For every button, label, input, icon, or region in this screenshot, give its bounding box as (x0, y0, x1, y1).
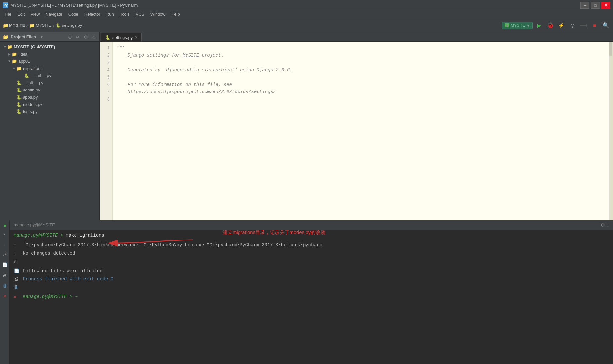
term-command-makemigrations: makemigrations (66, 233, 104, 238)
code-content-area[interactable]: """ Django settings for MYSITE project. … (113, 42, 609, 220)
django-icon: dj (505, 23, 509, 27)
menu-navigate[interactable]: Navigate (43, 11, 65, 18)
profile-button[interactable]: ◎ (568, 21, 577, 30)
expand-arrow-app01[interactable]: ▼ (7, 59, 12, 63)
folder-icon: 📁 (3, 23, 8, 28)
tree-label-mysite-root: MYSITE (C:\MYSITE) (14, 44, 55, 49)
term-icon-close[interactable]: ✕ (2, 293, 8, 299)
tree-label-init-app01: __init__.py (23, 80, 43, 85)
run-button[interactable]: ▶ (535, 21, 544, 30)
term-icon-up[interactable]: ↑ (2, 231, 8, 238)
term-final-prompt: manage.py@MYSITE > ~ (23, 294, 78, 299)
project-sidebar: 📁 Project Files ▼ ⊕ ⇔ ⚙ ◁ ▼ 📁 (0, 32, 100, 220)
django-project-button[interactable]: dj MYSITE ∨ (502, 22, 533, 29)
tree-label-tests: tests.py (23, 109, 38, 114)
close-button[interactable]: ✕ (601, 2, 610, 9)
menu-run[interactable]: Run (104, 11, 117, 18)
term-no-changes: No changes detected (23, 251, 75, 256)
sync-icon[interactable]: ⊕ (67, 34, 73, 40)
search-everywhere-button[interactable]: 🔍 (601, 21, 610, 30)
line-num-7: 7 (102, 88, 110, 95)
line-numbers: 1 2 3 4 5 6 7 8 (100, 42, 113, 220)
tree-item-init-migrations[interactable]: 🐍 __init__.py (0, 72, 99, 79)
tree-item-migrations[interactable]: ▼ 📁 migrations (0, 65, 99, 72)
term-icon-swap[interactable]: ⇄ (2, 251, 8, 257)
debug-button[interactable]: 🐞 (546, 21, 555, 30)
toolbar-right: dj MYSITE ∨ ▶ 🐞 ⚡ ◎ ⟹ ■ 🔍 (502, 21, 610, 30)
menu-window[interactable]: Window (148, 11, 168, 18)
code-line-3 (117, 59, 605, 66)
tree-item-models[interactable]: 🐍 models.py (0, 101, 99, 108)
breadcrumb-arrow: › (83, 24, 84, 27)
tree-item-app01[interactable]: ▼ 📁 app01 (0, 58, 99, 65)
menu-file[interactable]: File (2, 11, 14, 18)
breadcrumb-settings-file[interactable]: 🐍 settings.py › (56, 23, 84, 28)
term-icon-file[interactable]: 📄 (2, 261, 8, 268)
tree-item-mysite-root[interactable]: ▼ 📁 MYSITE (C:\MYSITE) (0, 43, 99, 50)
terminal-download-icon[interactable]: ↓ (607, 223, 609, 228)
menu-help[interactable]: Help (169, 11, 183, 18)
maximize-button[interactable]: □ (591, 2, 600, 9)
tab-close-button[interactable]: ✕ (135, 35, 138, 40)
term-following: Following files were affected (23, 268, 103, 273)
python-file-icon: 🐍 (56, 23, 61, 28)
breadcrumb-mysite-dir[interactable]: 📁 MYSITE (29, 23, 51, 28)
tree-item-apps[interactable]: 🐍 apps.py (0, 93, 99, 101)
code-text-7: https://docs.djangoproject.com/en/2.0/to… (117, 88, 276, 95)
folder-icon-2: 📁 (29, 23, 35, 28)
menu-tools[interactable]: Tools (117, 11, 132, 18)
folder-icon-root: 📁 (7, 44, 12, 49)
run-manage-button[interactable]: ⟹ (579, 21, 588, 30)
collapse-all-icon[interactable]: ⇔ (75, 34, 81, 40)
coverage-button[interactable]: ⚡ (557, 21, 566, 30)
menu-edit[interactable]: Edit (15, 11, 27, 18)
expand-arrow-migrations[interactable]: ▼ (12, 67, 16, 70)
tree-item-admin[interactable]: 🐍 admin.py (0, 86, 99, 93)
breadcrumb-label-1: MYSITE (9, 23, 25, 28)
terminal-title: manage.py@MYSITE (14, 223, 55, 227)
line-num-5: 5 (102, 74, 110, 81)
breadcrumb-mysite-root[interactable]: 📁 MYSITE (3, 23, 25, 28)
menu-code[interactable]: Code (66, 11, 81, 18)
tab-settings-py[interactable]: 🐍 settings.py ✕ (101, 33, 142, 41)
menu-refactor[interactable]: Refactor (82, 11, 103, 18)
dropdown-arrow[interactable]: ▼ (40, 35, 43, 39)
code-text-2: Django settings for MYSITE project. (117, 52, 224, 59)
code-line-5 (117, 74, 605, 81)
tree-label-admin: admin.py (23, 88, 40, 92)
minimize-button[interactable]: ─ (580, 2, 589, 9)
tab-python-icon: 🐍 (105, 35, 110, 40)
tree-item-idea[interactable]: ▶ 📁 .idea (0, 50, 99, 58)
code-line-8 (117, 96, 605, 103)
editor-scrollbar[interactable] (609, 42, 613, 220)
editor-area: 🐍 settings.py ✕ 1 2 3 4 5 6 7 (100, 32, 613, 220)
term-icon-down[interactable]: ↓ (2, 240, 8, 247)
breadcrumb-label-2: MYSITE (36, 23, 51, 28)
python-icon-init-app01: 🐍 (16, 80, 22, 85)
pycharm-icon: Py (3, 2, 8, 8)
menu-view[interactable]: View (28, 11, 42, 18)
expand-arrow-idea[interactable]: ▶ (7, 52, 12, 56)
tree-item-tests[interactable]: 🐍 tests.py (0, 108, 99, 115)
scrollbar-thumb[interactable] (609, 42, 612, 56)
menu-vcs[interactable]: VCS (133, 11, 147, 18)
terminal-line-7: 🗑 (14, 284, 609, 293)
hide-icon[interactable]: ◁ (90, 34, 97, 40)
term-trash-icon: 🗑 (14, 284, 20, 290)
settings-icon[interactable]: ⚙ (82, 34, 89, 40)
collapse-arrow[interactable]: ▼ (3, 45, 7, 49)
code-text-6: For more information on this file, see (117, 81, 232, 88)
term-icon-trash[interactable]: 🗑 (2, 282, 8, 289)
stop-button[interactable]: ■ (590, 21, 599, 30)
code-text-1: """ (117, 44, 125, 52)
folder-icon-migrations: 📁 (16, 66, 22, 71)
line-num-8: 8 (102, 96, 110, 103)
term-icon-print[interactable]: 🖨 (2, 272, 8, 278)
project-folder-icon: 📁 (3, 34, 8, 40)
tree-item-init-app01[interactable]: 🐍 __init__.py (0, 79, 99, 86)
term-icon-square: ■ (2, 222, 8, 229)
code-line-6: For more information on this file, see (117, 81, 605, 88)
terminal-settings-icon[interactable]: ⚙ (601, 223, 605, 228)
terminal-line-5: 📄 Following files were affected (14, 268, 609, 275)
terminal-side-icons: ■ ↑ ↓ ⇄ 📄 🖨 🗑 ✕ (0, 220, 10, 364)
